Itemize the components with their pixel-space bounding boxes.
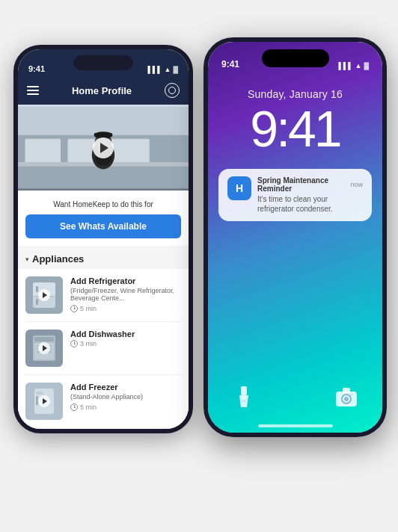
svg-rect-4: [111, 139, 150, 164]
lock-signal-icon: ▌▌▌: [338, 62, 352, 69]
lock-battery-icon: ▓: [364, 62, 369, 69]
notif-content: Spring Maintenance Reminder now It's tim…: [257, 176, 363, 214]
lock-status-icons: ▌▌▌ ▲ ▓: [338, 62, 369, 69]
see-whats-available-button[interactable]: See Whats Available: [25, 214, 181, 238]
dynamic-island-left: [73, 55, 133, 70]
list-item[interactable]: Add Refrigerator (Fridge/Freezer, Wine R…: [25, 269, 181, 322]
appliance-name: Add Refrigerator: [70, 276, 181, 285]
appliances-section-header: ▾ Appliances: [18, 246, 189, 269]
clock-icon: [70, 403, 78, 411]
promo-banner: Want HomeKeep to do this for: [18, 191, 189, 210]
svg-rect-19: [34, 337, 54, 341]
section-chevron: ▾: [25, 256, 29, 263]
appliance-time: 3 min: [70, 340, 181, 347]
dynamic-island-right: [262, 49, 329, 67]
cta-section: See Whats Available: [18, 210, 189, 246]
wifi-icon: ▲: [165, 66, 171, 73]
appliance-sub: (Stand-Alone Appliance): [70, 393, 181, 400]
promo-text: Want HomeKeep to do this for: [53, 200, 153, 208]
phone-left: 9:41 ▌▌▌ ▲ ▓ Home Profile: [13, 45, 193, 433]
thumb-play-freezer: [38, 395, 50, 407]
appliance-info-fridge: Add Refrigerator (Fridge/Freezer, Wine R…: [70, 276, 181, 312]
play-button[interactable]: [93, 137, 114, 158]
svg-rect-32: [343, 388, 350, 393]
profile-icon-btn[interactable]: [165, 83, 180, 98]
appliance-info-dishwasher: Add Dishwasher 3 min: [70, 330, 181, 347]
lock-bottom: [208, 374, 382, 419]
svg-point-34: [344, 397, 349, 401]
appliance-name: Add Dishwasher: [70, 330, 181, 338]
lock-status-time: 9:41: [221, 59, 239, 69]
appliance-thumb-freezer: [25, 383, 63, 420]
header-title: Home Profile: [72, 85, 132, 96]
lock-screen: 9:41 ▌▌▌ ▲ ▓ Sunday, January 16 9:41 H S…: [208, 42, 382, 433]
lock-clock: 9:41: [250, 103, 340, 154]
camera-icon[interactable]: [333, 383, 360, 410]
home-indicator: [208, 419, 382, 433]
camera-svg: [334, 386, 358, 407]
flashlight-svg: [236, 386, 251, 407]
notif-body: It's time to clean your refrigerator con…: [257, 194, 363, 214]
thumb-play-dishwasher: [38, 342, 50, 354]
lock-main: Sunday, January 16 9:41 H Spring Mainten…: [208, 73, 382, 374]
appliance-thumb-dishwasher: [25, 330, 63, 367]
phone-right: 9:41 ▌▌▌ ▲ ▓ Sunday, January 16 9:41 H S…: [203, 37, 387, 437]
appliance-time: 5 min: [70, 403, 181, 411]
svg-rect-2: [25, 139, 61, 164]
svg-rect-30: [242, 400, 246, 403]
video-hero[interactable]: [18, 105, 189, 191]
appliance-thumb-fridge: [25, 276, 63, 314]
list-item[interactable]: Add Freezer (Stand-Alone Appliance) 5 mi…: [25, 375, 181, 427]
app-content[interactable]: Want HomeKeep to do this for See Whats A…: [18, 105, 189, 429]
lock-wifi-icon: ▲: [355, 62, 362, 69]
svg-point-35: [351, 394, 353, 396]
hamburger-icon[interactable]: [27, 86, 39, 95]
thumb-play-fridge: [38, 289, 50, 301]
flashlight-icon[interactable]: [230, 383, 257, 410]
svg-rect-27: [36, 392, 43, 395]
status-icons-left: ▌▌▌ ▲ ▓: [147, 66, 178, 73]
status-time-left: 9:41: [28, 64, 45, 73]
section-title: Appliances: [32, 253, 84, 265]
battery-icon: ▓: [173, 66, 178, 73]
svg-rect-16: [36, 299, 38, 305]
lock-date: Sunday, January 16: [248, 88, 343, 100]
svg-rect-15: [36, 286, 38, 292]
notif-app-name: Spring Maintenance Reminder: [257, 176, 351, 193]
app-header: Home Profile: [18, 76, 189, 105]
appliance-sub: (Fridge/Freezer, Wine Refrigerator, Beve…: [70, 287, 181, 302]
appliance-name: Add Freezer: [70, 383, 181, 392]
list-item[interactable]: Add Dishwasher 3 min: [25, 322, 181, 375]
clock-icon: [70, 340, 78, 347]
signal-icon: ▌▌▌: [147, 66, 162, 73]
appliance-time: 5 min: [70, 305, 181, 312]
notif-time: now: [351, 181, 364, 188]
clock-icon: [70, 305, 78, 312]
appliance-info-freezer: Add Freezer (Stand-Alone Appliance) 5 mi…: [70, 383, 181, 411]
notification-card[interactable]: H Spring Maintenance Reminder now It's t…: [218, 169, 372, 221]
notif-app-icon: H: [227, 176, 251, 200]
svg-rect-9: [94, 133, 113, 136]
notif-header: Spring Maintenance Reminder now: [257, 176, 363, 193]
svg-rect-28: [241, 386, 247, 395]
home-bar: [258, 424, 333, 427]
appliance-list: Add Refrigerator (Fridge/Freezer, Wine R…: [18, 269, 189, 427]
